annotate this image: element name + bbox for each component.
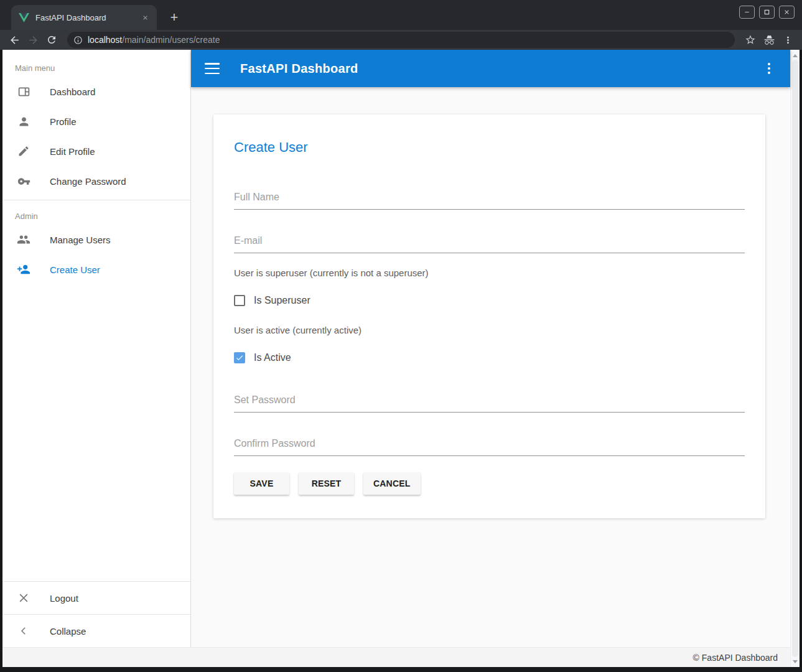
reload-icon[interactable] <box>44 32 60 48</box>
sidebar-spacer <box>2 284 190 581</box>
is-active-checkbox-row[interactable]: Is Active <box>234 352 745 363</box>
chevron-left-icon <box>17 624 30 638</box>
is-superuser-checkbox-row[interactable]: Is Superuser <box>234 295 745 306</box>
page-content: Create User User is superuser (currently… <box>191 87 790 647</box>
main-area: FastAPI Dashboard Create User <box>191 50 790 647</box>
reset-button[interactable]: RESET <box>299 472 354 495</box>
full-name-field <box>234 192 745 210</box>
page-scrollbar[interactable] <box>790 50 800 667</box>
sidebar-item-label: Collapse <box>50 626 86 637</box>
minimize-button[interactable] <box>739 6 755 19</box>
sidebar-item-create-user[interactable]: Create User <box>2 254 190 284</box>
sidebar-item-label: Change Password <box>50 176 126 187</box>
forward-icon[interactable] <box>25 32 41 48</box>
sidebar-section-label: Main menu <box>15 63 190 73</box>
app-title: FastAPI Dashboard <box>240 62 762 76</box>
checkbox-label: Is Active <box>254 352 291 363</box>
sidebar-item-dashboard[interactable]: Dashboard <box>2 77 190 106</box>
form-actions: SAVE RESET CANCEL <box>234 472 745 495</box>
close-icon <box>17 591 30 605</box>
window-controls <box>739 6 795 19</box>
url-path: /main/admin/users/create <box>122 35 220 45</box>
bookmark-star-icon[interactable] <box>742 32 758 48</box>
sidebar-item-label: Dashboard <box>50 86 95 97</box>
sidebar-item-manage-users[interactable]: Manage Users <box>2 225 190 254</box>
full-name-input[interactable] <box>234 192 745 210</box>
set-password-input[interactable] <box>234 394 745 413</box>
maximize-button[interactable] <box>759 6 775 19</box>
sidebar-item-label: Logout <box>50 593 78 604</box>
toolbar-kebab-icon[interactable] <box>762 61 776 76</box>
browser-toolbar: localhost/main/admin/users/create <box>0 30 802 50</box>
scroll-down-icon[interactable] <box>791 657 800 666</box>
sidebar-item-profile[interactable]: Profile <box>2 106 190 136</box>
tab-title: FastAPI Dashboard <box>35 13 139 22</box>
scrollbar-thumb[interactable] <box>792 60 798 657</box>
app-viewport: Main menu Dashboard Profile <box>2 50 800 667</box>
sidebar: Main menu Dashboard Profile <box>2 50 191 647</box>
person-add-icon <box>17 263 30 276</box>
cancel-button[interactable]: CANCEL <box>363 472 421 495</box>
app-toolbar: FastAPI Dashboard <box>191 50 790 87</box>
info-icon <box>73 35 83 45</box>
copyright-text: © FastAPI Dashboard <box>693 653 778 663</box>
sidebar-item-collapse[interactable]: Collapse <box>2 615 190 647</box>
browser-menu-kebab-icon[interactable] <box>780 32 796 48</box>
confirm-password-input[interactable] <box>234 438 745 456</box>
address-bar[interactable]: localhost/main/admin/users/create <box>67 32 735 48</box>
sidebar-item-label: Profile <box>50 116 77 127</box>
tab-close-icon[interactable] <box>139 12 151 23</box>
hamburger-menu-icon[interactable] <box>205 63 220 74</box>
tab-strip: FastAPI Dashboard + <box>0 0 802 30</box>
sidebar-item-edit-profile[interactable]: Edit Profile <box>2 136 190 166</box>
url-host: localhost <box>88 35 122 45</box>
email-field <box>234 235 745 253</box>
save-button[interactable]: SAVE <box>234 472 289 495</box>
browser-tab[interactable]: FastAPI Dashboard <box>11 5 157 30</box>
confirm-password-field <box>234 438 745 456</box>
vue-logo-icon <box>19 13 29 22</box>
page-footer: © FastAPI Dashboard <box>2 647 790 667</box>
sidebar-item-label: Edit Profile <box>50 146 95 157</box>
incognito-icon <box>761 32 777 48</box>
sidebar-item-label: Manage Users <box>50 235 111 245</box>
close-button[interactable] <box>779 6 795 19</box>
email-input[interactable] <box>234 235 745 253</box>
dashboard-icon <box>17 85 30 98</box>
sidebar-item-logout[interactable]: Logout <box>2 582 190 614</box>
scroll-up-icon[interactable] <box>791 51 800 60</box>
group-icon <box>17 233 30 246</box>
key-icon <box>17 174 30 188</box>
back-icon[interactable] <box>6 32 22 48</box>
sidebar-section-label: Admin <box>15 212 190 221</box>
active-hint: User is active (currently active) <box>234 325 745 335</box>
pencil-icon <box>17 144 30 158</box>
new-tab-button[interactable]: + <box>166 9 183 26</box>
sidebar-item-change-password[interactable]: Change Password <box>2 166 190 196</box>
sidebar-item-label: Create User <box>50 264 100 275</box>
superuser-hint: User is superuser (currently is not a su… <box>234 268 745 278</box>
set-password-field <box>234 394 745 413</box>
checkbox-label: Is Superuser <box>254 295 310 306</box>
sidebar-divider <box>2 200 190 200</box>
create-user-card: Create User User is superuser (currently… <box>213 114 765 518</box>
browser-window: FastAPI Dashboard + <box>0 0 802 672</box>
checkbox-unchecked-icon[interactable] <box>234 295 245 306</box>
person-icon <box>17 114 30 128</box>
url-text: localhost/main/admin/users/create <box>88 35 220 45</box>
checkbox-checked-icon[interactable] <box>234 352 245 363</box>
page-title: Create User <box>234 139 745 156</box>
